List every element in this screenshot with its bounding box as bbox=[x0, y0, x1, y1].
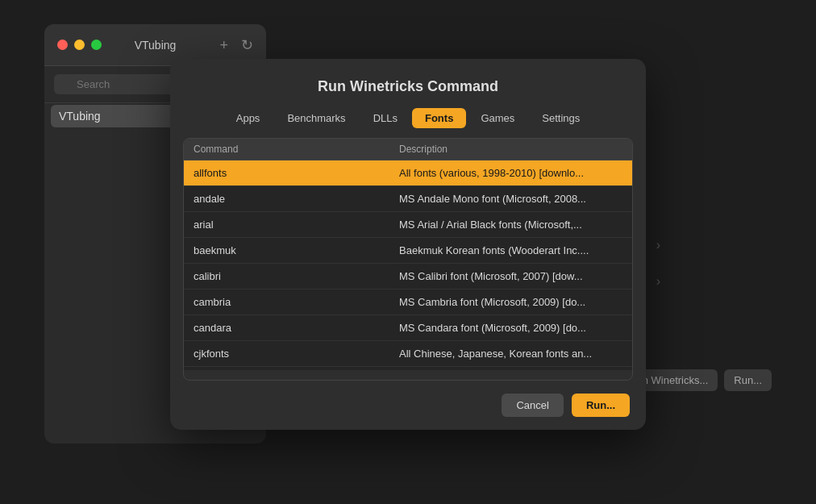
minimize-button[interactable] bbox=[74, 40, 85, 50]
command-table: Command Description allfontsAll fonts (v… bbox=[183, 138, 633, 381]
table-row[interactable]: baekmukBaekmuk Korean fonts (Wooderart I… bbox=[184, 238, 632, 264]
cell-description: Baekmuk Korean fonts (Wooderart Inc.... bbox=[389, 240, 632, 260]
tab-fonts[interactable]: Fonts bbox=[412, 108, 466, 128]
cell-description: MS Arial / Arial Black fonts (Microsoft,… bbox=[389, 215, 632, 235]
cancel-button[interactable]: Cancel bbox=[502, 394, 563, 417]
cell-description: MS Comic Sans fonts (Microsoft, 2008... bbox=[389, 369, 632, 370]
cell-command: allfonts bbox=[184, 163, 389, 183]
refresh-icon[interactable]: ↻ bbox=[241, 38, 253, 52]
nav-arrow-top: › bbox=[656, 238, 660, 252]
tab-games[interactable]: Games bbox=[468, 108, 527, 128]
tab-benchmarks[interactable]: Benchmarks bbox=[274, 108, 358, 128]
tab-apps[interactable]: Apps bbox=[223, 108, 273, 128]
cell-command: cjkfonts bbox=[184, 344, 389, 364]
table-body[interactable]: allfontsAll fonts (various, 1998-2010) [… bbox=[184, 160, 632, 370]
cell-command: cambria bbox=[184, 292, 389, 312]
cell-command: calibri bbox=[184, 266, 389, 286]
tabs-container: Apps Benchmarks DLLs Fonts Games Setting… bbox=[170, 108, 646, 138]
close-button[interactable] bbox=[57, 40, 68, 50]
cell-description: MS Cambria font (Microsoft, 2009) [do... bbox=[389, 292, 632, 312]
cell-command: candara bbox=[184, 318, 389, 338]
table-header: Command Description bbox=[184, 139, 632, 160]
table-row[interactable]: cjkfontsAll Chinese, Japanese, Korean fo… bbox=[184, 341, 632, 367]
tab-settings[interactable]: Settings bbox=[529, 108, 593, 128]
tab-dlls[interactable]: DLLs bbox=[360, 108, 410, 128]
nav-arrow-bottom: › bbox=[656, 274, 660, 289]
maximize-button[interactable] bbox=[91, 40, 102, 50]
modal-title: Run Winetricks Command bbox=[170, 59, 646, 108]
column-header-command: Command bbox=[184, 144, 389, 155]
traffic-lights bbox=[57, 40, 102, 50]
table-row[interactable]: andaleMS Andale Mono font (Microsoft, 20… bbox=[184, 186, 632, 212]
cell-command: arial bbox=[184, 215, 389, 235]
run-bg-button[interactable]: Run... bbox=[724, 369, 772, 391]
add-icon[interactable]: + bbox=[219, 38, 228, 52]
modal-footer: Cancel Run... bbox=[170, 381, 646, 430]
table-row[interactable]: cambriaMS Cambria font (Microsoft, 2009)… bbox=[184, 289, 632, 315]
cell-command: baekmuk bbox=[184, 240, 389, 260]
cell-description: MS Andale Mono font (Microsoft, 2008... bbox=[389, 189, 632, 209]
window-title: VTubing bbox=[135, 39, 177, 52]
table-row[interactable]: comicsansMS Comic Sans fonts (Microsoft,… bbox=[184, 367, 632, 370]
cell-description: MS Candara font (Microsoft, 2009) [do... bbox=[389, 318, 632, 338]
table-row[interactable]: allfontsAll fonts (various, 1998-2010) [… bbox=[184, 160, 632, 186]
table-row[interactable]: candaraMS Candara font (Microsoft, 2009)… bbox=[184, 315, 632, 341]
cell-command: andale bbox=[184, 189, 389, 209]
run-button[interactable]: Run... bbox=[572, 394, 630, 417]
cell-description: All fonts (various, 1998-2010) [downlo..… bbox=[389, 163, 632, 183]
modal-dialog: Run Winetricks Command Apps Benchmarks D… bbox=[170, 59, 646, 430]
table-row[interactable]: arialMS Arial / Arial Black fonts (Micro… bbox=[184, 212, 632, 238]
cell-description: MS Calibri font (Microsoft, 2007) [dow..… bbox=[389, 266, 632, 286]
cell-command: comicsans bbox=[184, 369, 389, 370]
table-row[interactable]: calibriMS Calibri font (Microsoft, 2007)… bbox=[184, 264, 632, 289]
column-header-description: Description bbox=[389, 144, 632, 155]
cell-description: All Chinese, Japanese, Korean fonts an..… bbox=[389, 344, 632, 364]
title-bar-icons: + ↻ bbox=[219, 38, 253, 52]
